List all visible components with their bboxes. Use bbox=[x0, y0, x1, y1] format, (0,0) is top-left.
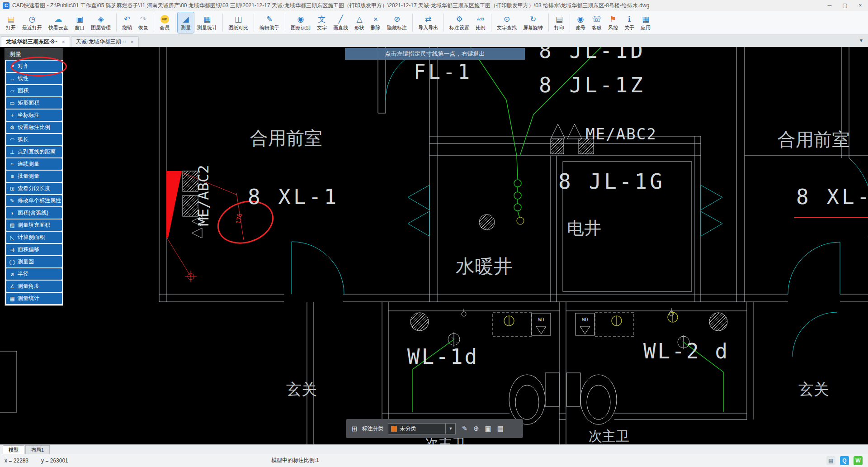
tool-area[interactable]: ▱面积 bbox=[6, 85, 62, 96]
customer-service-button[interactable]: ☏客服 bbox=[589, 12, 605, 33]
tool-point-line-distance[interactable]: ⊥点到直线的距离 bbox=[6, 146, 62, 157]
classify-grid-icon[interactable]: ⊞ bbox=[351, 424, 357, 433]
risk-button[interactable]: ⚑风控 bbox=[605, 12, 621, 33]
maximize-button[interactable]: ▢ bbox=[837, 0, 853, 11]
classify-copy-icon[interactable]: ▣ bbox=[485, 424, 491, 433]
hide-annotation-button[interactable]: ⊘隐藏标注 bbox=[384, 12, 410, 33]
draw-line-label: 画直线 bbox=[333, 24, 348, 31]
draw-line-button[interactable]: ╱画直线 bbox=[330, 12, 351, 33]
screen-rotate-button[interactable]: ↻屏幕旋转 bbox=[520, 12, 546, 33]
cad-label-me-abc2-vertical: ME/ABC2 bbox=[195, 165, 212, 226]
shape-button[interactable]: △形状 bbox=[351, 12, 368, 33]
cad-label-wl1d: WL-1d bbox=[407, 344, 479, 369]
statusbar-doc-icon[interactable]: ▤ bbox=[826, 456, 835, 465]
tool-area-icon: ▱ bbox=[9, 88, 15, 94]
text-button[interactable]: 文文字 bbox=[314, 12, 330, 33]
measure-panel-header: 测量 bbox=[5, 48, 63, 60]
tool-rect-area[interactable]: ▭矩形面积 bbox=[6, 97, 62, 109]
print-button[interactable]: ▤打印 bbox=[551, 12, 567, 33]
open-button[interactable]: ▤打开 bbox=[3, 12, 19, 33]
document-tab-2-close-icon[interactable]: × bbox=[131, 39, 134, 45]
tool-area-with-arc[interactable]: ◗面积(含弧线) bbox=[6, 207, 62, 219]
measure-label: 测量 bbox=[181, 24, 191, 31]
tool-measure-stats[interactable]: ▦测量统计 bbox=[6, 293, 62, 304]
tool-radius-label: 半径 bbox=[18, 270, 28, 278]
sheet-tab-model[interactable]: 模型 bbox=[3, 445, 24, 454]
tool-rect-area-label: 矩形面积 bbox=[18, 99, 39, 107]
drawing-compare-button[interactable]: ◫图纸对比 bbox=[225, 12, 251, 33]
shape-recognition-button[interactable]: ◉图形识别 bbox=[288, 12, 314, 33]
vip-button[interactable]: VIP会员 bbox=[156, 12, 173, 33]
tool-linear[interactable]: ↔线性 bbox=[6, 73, 62, 84]
tool-continuous-measure[interactable]: ≈连续测量 bbox=[6, 158, 62, 170]
window-icon: ▣ bbox=[76, 14, 83, 24]
tool-align[interactable]: ↗对齐 bbox=[6, 61, 62, 72]
undo-button[interactable]: ↶撤销 bbox=[119, 12, 135, 33]
tool-side-area[interactable]: ◺计算侧面积 bbox=[6, 232, 62, 243]
document-tab-1-close-icon[interactable]: × bbox=[62, 39, 65, 45]
tool-edit-single-dim[interactable]: ✎修改单个标注属性 bbox=[6, 195, 62, 206]
shape-icon: △ bbox=[356, 14, 362, 24]
about-button[interactable]: ℹ关于 bbox=[621, 12, 637, 33]
tool-coordinate-dim[interactable]: +坐标标注 bbox=[6, 110, 62, 121]
tool-arc-length-label: 弧长 bbox=[18, 136, 28, 143]
statusbar-qq-icon[interactable]: Q bbox=[840, 456, 849, 465]
undo-label: 撤销 bbox=[122, 24, 132, 31]
window-button[interactable]: ▣窗口 bbox=[71, 12, 88, 33]
cad-label-wl2d: WL-2 d bbox=[643, 339, 729, 363]
tool-batch-measure[interactable]: ≡批量测量 bbox=[6, 171, 62, 182]
minimize-button[interactable]: ─ bbox=[822, 0, 837, 11]
cad-label-wd-left: WD bbox=[538, 317, 544, 323]
redo-button[interactable]: ↷恢复 bbox=[135, 12, 151, 33]
tool-area-offset[interactable]: ⇉面积偏移 bbox=[6, 244, 62, 255]
apps-button[interactable]: ▦应用 bbox=[637, 12, 654, 33]
cad-canvas[interactable]: FL-1 8 JL-1D 8 JL-1Z 合用前室 ME/ABC2 8 JL-1… bbox=[0, 47, 868, 444]
measure-button[interactable]: ◢测量 bbox=[178, 12, 194, 33]
hint-bar: 点击左键指定尺寸线第一点，右键退出 bbox=[345, 48, 525, 60]
tool-align-icon: ↗ bbox=[9, 63, 15, 70]
tool-measure-circle-icon: ◯ bbox=[9, 259, 15, 265]
scale-button[interactable]: A:B比例 bbox=[472, 12, 489, 33]
layer-manager-button[interactable]: ◈图层管理 bbox=[88, 12, 114, 33]
classify-paste-icon[interactable]: ▤ bbox=[497, 424, 504, 433]
statusbar-wechat-icon[interactable]: W bbox=[854, 456, 863, 465]
sheet-tab-layout1[interactable]: 布局1 bbox=[25, 445, 50, 454]
classify-edit-icon[interactable]: ✎ bbox=[462, 424, 467, 433]
annotation-settings-button[interactable]: ⚙标注设置 bbox=[446, 12, 472, 33]
tool-measure-angle[interactable]: ∠测量角度 bbox=[6, 281, 62, 292]
open-label: 打开 bbox=[6, 24, 16, 31]
tool-side-area-icon: ◺ bbox=[9, 234, 15, 241]
tool-measure-circle-label: 测量圆 bbox=[18, 258, 34, 266]
classify-move-icon[interactable]: ⊕ bbox=[473, 424, 479, 433]
cloud-button[interactable]: ☁快看云盘 bbox=[45, 12, 71, 33]
redo-label: 恢复 bbox=[138, 24, 148, 31]
tool-arc-length[interactable]: ◠弧长 bbox=[6, 134, 62, 145]
tool-coordinate-dim-label: 坐标标注 bbox=[18, 111, 39, 119]
document-tab-1[interactable]: 龙域华都三期东区-8·· × bbox=[1, 36, 70, 47]
recent-open-button[interactable]: ◷最近打开 bbox=[19, 12, 45, 33]
toolbar-separator bbox=[491, 14, 491, 32]
tool-radius[interactable]: ⌀半径 bbox=[6, 268, 62, 280]
tab-overflow-icon[interactable]: ▼ bbox=[859, 38, 863, 43]
document-tab-2[interactable]: 天诚·龙域华都三期··· × bbox=[71, 36, 139, 47]
edit-assistant-button[interactable]: ✎编辑助手 bbox=[256, 12, 283, 33]
close-button[interactable]: × bbox=[853, 0, 868, 11]
measure-icon: ◢ bbox=[183, 14, 189, 24]
tool-fill-area[interactable]: ▨测量填充面积 bbox=[6, 219, 62, 231]
tool-fill-area-icon: ▨ bbox=[9, 222, 15, 229]
cursor-y-coordinate: y = 263001 bbox=[41, 457, 68, 464]
classify-dropdown[interactable]: 未分类 ▼ bbox=[388, 423, 456, 434]
risk-label: 风控 bbox=[608, 24, 618, 31]
cad-labels: FL-1 8 JL-1D 8 JL-1Z 合用前室 ME/ABC2 8 JL-1… bbox=[195, 47, 868, 444]
drawing-compare-label: 图纸对比 bbox=[228, 24, 248, 31]
tool-dim-scale[interactable]: ⚙设置标注比例 bbox=[6, 122, 62, 133]
text-search-button[interactable]: ⊙文字查找 bbox=[494, 12, 520, 33]
tool-measure-circle[interactable]: ◯测量圆 bbox=[6, 256, 62, 267]
delete-button[interactable]: ×删除 bbox=[368, 12, 384, 33]
text-search-icon: ⊙ bbox=[504, 14, 510, 24]
import-export-button[interactable]: ⇄导入导出 bbox=[415, 12, 441, 33]
tool-segment-length[interactable]: ⊞查看分段长度 bbox=[6, 183, 62, 194]
measure-stats-button[interactable]: ▦测量统计 bbox=[194, 12, 220, 33]
account-button[interactable]: ◉账号 bbox=[572, 12, 589, 33]
cad-label-elec-shaft: 电井 bbox=[567, 218, 601, 238]
